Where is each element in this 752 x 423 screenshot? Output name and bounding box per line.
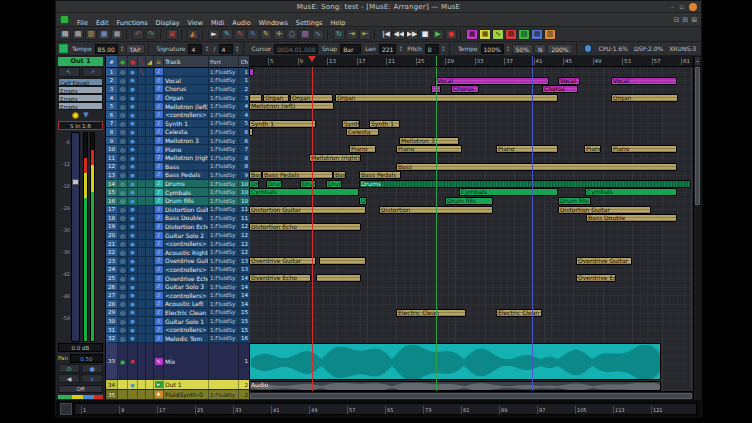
track-channel[interactable]: 6	[239, 137, 249, 145]
tb-drum-editor[interactable]: ▦	[479, 29, 491, 40]
track-number[interactable]: 32	[106, 334, 118, 342]
solo-indicator[interactable]	[146, 343, 154, 379]
track-port[interactable]: 1:FluidSy	[209, 197, 239, 205]
track-name[interactable]: FluidSynth-0	[164, 390, 209, 399]
monitor-dot-icon[interactable]	[128, 390, 138, 399]
mute-indicator[interactable]	[138, 128, 146, 136]
record-arm-icon[interactable]: ◎	[118, 163, 128, 171]
track-number[interactable]: 21	[106, 240, 118, 248]
track-name[interactable]: <controllers>	[164, 326, 209, 334]
menu-item-audio[interactable]: Audio	[232, 19, 250, 27]
track-port[interactable]: 1:FluidSy	[209, 326, 239, 334]
track-channel[interactable]: 2	[239, 380, 249, 389]
track-port[interactable]: 1:FluidSy	[209, 163, 239, 171]
monitor-dot-icon[interactable]: ●	[128, 163, 138, 171]
maximize-button[interactable]: ▫	[679, 2, 684, 12]
track-name[interactable]: Distortion Echo	[164, 223, 209, 231]
mute-indicator[interactable]	[138, 77, 146, 85]
solo-indicator[interactable]	[146, 248, 154, 256]
track-number[interactable]: 6	[106, 111, 118, 119]
track-port[interactable]: 1:FluidSy	[209, 231, 239, 239]
record-arm-icon[interactable]: ◎	[118, 111, 128, 119]
track-number[interactable]: 24	[106, 266, 118, 274]
track-number[interactable]: 10	[106, 145, 118, 153]
tb-open[interactable]: ▥	[85, 29, 97, 40]
record-arm-icon[interactable]: ◎	[118, 171, 128, 179]
tb-pencil-tool[interactable]: ✎	[221, 29, 233, 40]
track-port[interactable]: 1:FluidSy	[209, 188, 239, 196]
track-channel[interactable]: 5	[239, 120, 249, 128]
track-port[interactable]: 1:FluidSy	[209, 128, 239, 136]
tb-paint-tool[interactable]: ✎	[260, 29, 272, 40]
corner-box[interactable]	[60, 403, 72, 415]
track-number[interactable]: 7	[106, 120, 118, 128]
track-row-13[interactable]: 13◎●♪Bass Pedals1:FluidSy9	[106, 171, 249, 180]
part-overdrive-echo[interactable]: Overdrive Echo	[576, 274, 616, 282]
mute-indicator[interactable]	[138, 248, 146, 256]
track-channel[interactable]: 16	[239, 334, 249, 342]
solo-indicator[interactable]	[146, 291, 154, 299]
solo-indicator[interactable]	[146, 77, 154, 85]
monitor-dot-icon[interactable]: ●	[128, 154, 138, 162]
track-row-34[interactable]: 34●▸Out 12	[106, 380, 249, 390]
solo-indicator[interactable]	[146, 317, 154, 325]
tb-loop[interactable]: ↻	[333, 29, 345, 40]
track-name[interactable]: <controllers>	[164, 111, 209, 119]
part-organ[interactable]: Organ	[263, 94, 289, 102]
mute-indicator[interactable]	[138, 111, 146, 119]
part-drum-fills[interactable]: Drum fills	[558, 197, 591, 205]
track-type-icon[interactable]: ♪	[154, 257, 164, 265]
track-channel[interactable]: 2	[239, 85, 249, 93]
track-name[interactable]: Bass Pedals	[164, 171, 209, 179]
part-drum-fills[interactable]: Drum fills	[445, 197, 493, 205]
track-channel[interactable]: 12	[239, 248, 249, 256]
track-name[interactable]: Drums	[164, 180, 209, 188]
menu-item-windows[interactable]: Windows	[259, 19, 288, 27]
track-type-icon[interactable]: ♪	[154, 197, 164, 205]
record-arm-icon[interactable]: ◉	[118, 343, 128, 379]
monitor-dot-icon[interactable]: ●	[128, 68, 138, 76]
track-port[interactable]: 1:FluidSy	[209, 300, 239, 308]
track-type-icon[interactable]: ♪	[154, 180, 164, 188]
record-arm-icon[interactable]: ◎	[118, 274, 128, 282]
monitor-dot-icon[interactable]: ●	[128, 266, 138, 274]
track-name[interactable]: <controllers>	[164, 240, 209, 248]
track-name[interactable]: Melodic Tom	[164, 334, 209, 342]
tempo-scale-value[interactable]: 100%	[481, 44, 504, 54]
record-arm-icon[interactable]: ◎	[118, 188, 128, 196]
track-channel[interactable]: 1	[239, 77, 249, 85]
track-port[interactable]	[209, 380, 239, 389]
track-name[interactable]: Out 1	[164, 380, 209, 389]
song-scroll-scale[interactable]: 191725334149576573818997105113121	[74, 403, 697, 415]
track-number[interactable]: 20	[106, 231, 118, 239]
track-name[interactable]: Overdrive Guitar	[164, 257, 209, 265]
track-channel[interactable]: 14	[239, 283, 249, 291]
track-channel[interactable]: 10	[239, 180, 249, 188]
track-port[interactable]: 1:FluidSy	[209, 240, 239, 248]
tb-metronome[interactable]: ◭	[187, 29, 199, 40]
record-arm-icon[interactable]: ◎	[118, 326, 128, 334]
monitor-dot-icon[interactable]: ●	[128, 317, 138, 325]
track-row-25[interactable]: 25◎●♪Overdrive Echo1:FluidSy14	[106, 274, 249, 283]
mute-indicator[interactable]	[138, 214, 146, 222]
mute-indicator[interactable]	[138, 309, 146, 317]
solo-indicator[interactable]	[146, 102, 154, 110]
record-arm-icon[interactable]: ◎	[118, 214, 128, 222]
mute-indicator[interactable]	[138, 94, 146, 102]
record-arm-icon[interactable]: ◎	[118, 120, 128, 128]
part-chorus[interactable]: Chorus	[451, 85, 479, 93]
tempo-value[interactable]: 85.00	[95, 44, 118, 54]
track-channel[interactable]: 1	[239, 68, 249, 76]
track-type-icon[interactable]: ♪	[154, 111, 164, 119]
track-type-icon[interactable]: ♪	[154, 188, 164, 196]
record-arm-icon[interactable]: ◎	[118, 137, 128, 145]
mute-indicator[interactable]	[138, 380, 146, 389]
tempo-normal-button[interactable]: N	[534, 44, 547, 54]
pitch-value[interactable]: 0	[425, 44, 439, 54]
track-channel[interactable]: 12	[239, 223, 249, 231]
monitor-dot-icon[interactable]: ●	[128, 248, 138, 256]
tb-new-song[interactable]: ▤	[59, 29, 71, 40]
mute-indicator[interactable]	[138, 334, 146, 342]
monitor-dot-icon[interactable]: ●	[128, 85, 138, 93]
solo-indicator[interactable]	[146, 85, 154, 93]
